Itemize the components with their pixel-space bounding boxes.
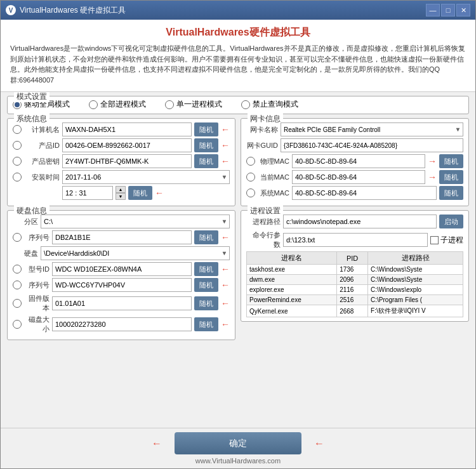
product-id-input[interactable]: [62, 138, 192, 152]
install-time-label: 安装时间: [24, 173, 60, 182]
current-mac-random-btn[interactable]: 随机: [439, 170, 463, 184]
confirm-button[interactable]: 确定: [175, 432, 301, 454]
disk-size-random-btn[interactable]: 随机: [194, 317, 218, 331]
product-id-row: 产品ID 随机 ←: [13, 138, 230, 152]
radio-all-process[interactable]: [89, 100, 98, 109]
disk-serial1-row: 序列号 随机 ←: [13, 230, 230, 244]
mode-disable-query[interactable]: 禁止查询模式: [241, 99, 298, 110]
current-mac-input[interactable]: [292, 170, 425, 184]
product-key-input[interactable]: [62, 154, 192, 168]
disk-serial1-input[interactable]: [52, 230, 192, 244]
partition-select-wrap: ▼: [41, 215, 230, 228]
time-arrow: ←: [155, 188, 164, 198]
computer-name-label: 计算机名: [24, 125, 60, 135]
process-table-header-pid: PID: [337, 252, 368, 265]
window-title: VirtualHardwares 硬件虚拟工具: [20, 5, 426, 16]
model-id-random-btn[interactable]: 随机: [194, 262, 218, 276]
nic-name-select-wrap: ▼: [281, 122, 463, 136]
radio-single-process[interactable]: [165, 100, 174, 109]
disk-serial2-random-btn[interactable]: 随机: [194, 278, 218, 292]
mode-single-process[interactable]: 单一进程模式: [165, 99, 222, 110]
maximize-button[interactable]: □: [441, 4, 455, 17]
bottom-bar: ← 确定 ← www.VirtualHardwares.com: [1, 428, 475, 468]
disk-size-input[interactable]: [52, 317, 192, 331]
table-row[interactable]: QyKernel.exe2668F:\软件登录\IQIYI V: [247, 305, 463, 317]
radio-install-time[interactable]: [13, 173, 22, 182]
system-info-section: 系统信息 计算机名 随机 ← 产品ID 随机 ←: [7, 118, 235, 206]
disk-path-input[interactable]: [41, 246, 230, 260]
nic-guid-input[interactable]: [281, 138, 463, 152]
time-down-btn[interactable]: ▼: [116, 193, 126, 200]
current-mac-label: 当前MAC: [258, 173, 289, 182]
product-key-arrow: ←: [221, 156, 230, 166]
radio-disk-serial2[interactable]: [13, 281, 22, 289]
mode-disable-query-label: 禁止查询模式: [253, 99, 298, 110]
right-column: 网卡信息 网卡名称 ▼ 网卡GUID 物理MAC: [241, 118, 469, 424]
firmware-row: 固件版本 随机 ←: [13, 294, 230, 313]
radio-disk-size[interactable]: [13, 320, 22, 329]
disk-serial2-label: 序列号: [24, 281, 50, 290]
install-time-input[interactable]: [62, 170, 230, 184]
start-button[interactable]: 启动: [439, 215, 463, 228]
computer-name-row: 计算机名 随机 ←: [13, 122, 230, 136]
header-banner: VirtualHardwares硬件虚拟工具 VirtualHardwares是…: [1, 20, 475, 92]
process-table-header-path: 进程路径: [368, 252, 463, 265]
firmware-input[interactable]: [52, 296, 192, 310]
disk-serial2-input[interactable]: [52, 278, 192, 292]
table-row[interactable]: PowerRemind.exe2516C:\Program Files (: [247, 295, 463, 305]
disk-serial2-row: 序列号 随机 ←: [13, 278, 230, 292]
subprocess-checkbox[interactable]: [430, 236, 439, 244]
mode-all-process[interactable]: 全部进程模式: [89, 99, 146, 110]
two-column-layout: 系统信息 计算机名 随机 ← 产品ID 随机 ←: [7, 118, 469, 424]
left-column: 系统信息 计算机名 随机 ← 产品ID 随机 ←: [7, 118, 235, 424]
system-mac-input[interactable]: [292, 186, 437, 200]
confirm-row: ← 确定 ←: [152, 432, 324, 454]
table-row[interactable]: explorer.exe2116C:\Windows\explo: [247, 285, 463, 295]
mode-all-process-label: 全部进程模式: [100, 99, 146, 110]
radio-disable-query[interactable]: [241, 100, 250, 109]
time-spinner[interactable]: ▲ ▼: [116, 186, 126, 200]
time-random-btn[interactable]: 随机: [128, 186, 152, 200]
table-cell-pid: 2668: [337, 305, 368, 317]
banner-description: VirtualHardwares是一款windows下可视化可定制虚拟硬件信息的…: [10, 43, 466, 85]
radio-model-id[interactable]: [13, 265, 22, 274]
model-id-row: 型号ID 随机 ←: [13, 262, 230, 276]
computer-name-random-btn[interactable]: 随机: [194, 122, 218, 136]
radio-product-key[interactable]: [13, 157, 22, 166]
physical-mac-row: 物理MAC → 随机: [246, 154, 463, 168]
partition-input[interactable]: [41, 215, 230, 228]
table-row[interactable]: dwm.exe2096C:\Windows\Syste: [247, 275, 463, 285]
model-id-arrow: ←: [221, 264, 230, 274]
table-cell-name: dwm.exe: [247, 275, 337, 285]
minimize-button[interactable]: —: [426, 4, 440, 17]
product-id-random-btn[interactable]: 随机: [194, 138, 218, 152]
radio-system-mac[interactable]: [246, 188, 255, 197]
computer-name-input[interactable]: [62, 122, 192, 136]
physical-mac-input[interactable]: [292, 154, 425, 168]
physical-mac-random-btn[interactable]: 随机: [439, 154, 463, 168]
radio-computer-name[interactable]: [13, 125, 22, 134]
model-id-input[interactable]: [52, 262, 192, 276]
cmd-args-input[interactable]: [283, 233, 428, 247]
nic-name-input[interactable]: [281, 122, 463, 136]
main-content: 模式设置 驱动全局模式 全部进程模式 单一进程模式 禁止查询模式: [1, 92, 475, 428]
radio-physical-mac[interactable]: [246, 157, 255, 166]
partition-row: 分区 ▼: [13, 215, 230, 228]
system-mac-random-btn[interactable]: 随机: [439, 186, 463, 200]
time-input[interactable]: [62, 186, 113, 200]
process-path-input[interactable]: [283, 215, 437, 228]
close-button[interactable]: ✕: [456, 4, 470, 17]
time-row: ▲ ▼ 随机 ←: [13, 186, 230, 200]
product-key-random-btn[interactable]: 随机: [194, 154, 218, 168]
radio-product-id[interactable]: [13, 141, 22, 150]
table-row[interactable]: taskhost.exe1736C:\Windows\Syste: [247, 265, 463, 275]
radio-disk-serial1[interactable]: [13, 233, 22, 242]
time-up-btn[interactable]: ▲: [116, 186, 126, 193]
radio-firmware[interactable]: [13, 299, 22, 308]
firmware-random-btn[interactable]: 随机: [194, 296, 218, 310]
radio-current-mac[interactable]: [246, 173, 255, 182]
table-cell-pid: 1736: [337, 265, 368, 275]
subprocess-check[interactable]: 子进程: [430, 235, 463, 246]
table-cell-path: C:\Program Files (: [368, 295, 463, 305]
disk-serial1-random-btn[interactable]: 随机: [194, 230, 218, 244]
